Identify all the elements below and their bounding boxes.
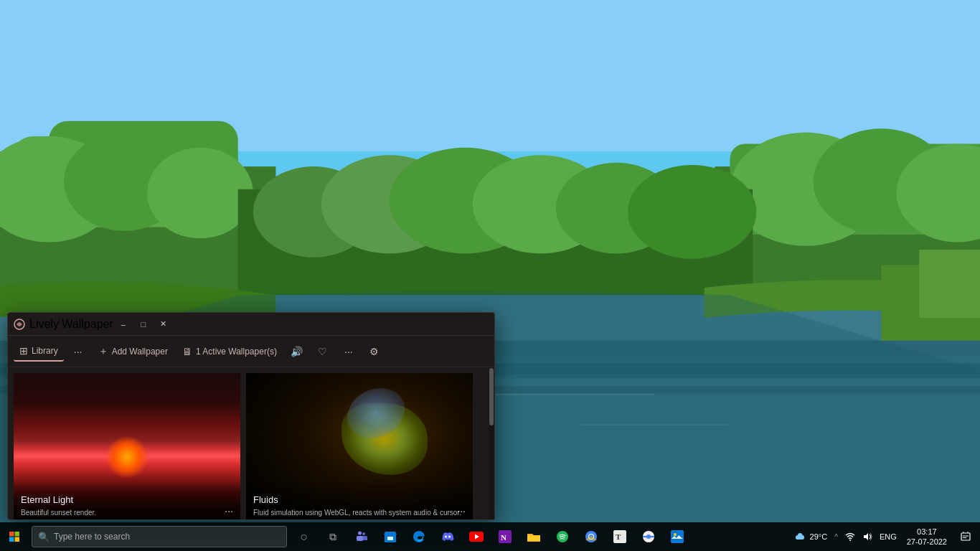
svg-point-20: [628, 165, 756, 259]
edge-icon: [413, 530, 425, 543]
spotify-icon: [556, 530, 569, 543]
card-menu-button[interactable]: ···: [222, 504, 236, 518]
youtube-icon: [469, 532, 484, 542]
svg-rect-58: [961, 533, 970, 540]
svg-point-38: [358, 532, 362, 535]
photos-button[interactable]: [663, 522, 692, 551]
card-menu-button[interactable]: ···: [454, 504, 468, 518]
system-tray: 29°C ^ ENG: [791, 522, 980, 551]
volume-icon: 🔊: [291, 346, 303, 357]
typora-icon: T: [613, 530, 626, 543]
cortana-button[interactable]: ○: [290, 522, 319, 551]
card-description: Beautiful sunset render.: [21, 509, 96, 517]
cloud-icon: [794, 531, 809, 542]
add-wallpaper-button[interactable]: ＋ Add Wallpaper: [93, 342, 174, 362]
svg-rect-27: [919, 250, 980, 318]
chrome-button[interactable]: [577, 522, 606, 551]
onenote-button[interactable]: N: [491, 522, 519, 551]
svg-text:T: T: [616, 532, 621, 541]
card-overlay: Eternal Light Beautiful sunset render.: [14, 480, 240, 519]
svg-rect-39: [357, 536, 363, 541]
volume-tray-button[interactable]: [859, 522, 875, 551]
card-title: Eternal Light: [21, 494, 233, 505]
lively-app-icon: [14, 319, 25, 330]
wallpaper-grid: Eternal Light Beautiful sunset render. ·…: [8, 367, 494, 519]
window-title: Lively Wallpaper: [29, 318, 113, 331]
svg-rect-35: [9, 537, 14, 542]
youtube-button[interactable]: [462, 522, 491, 551]
weather-tray-icon[interactable]: 29°C: [791, 522, 831, 551]
volume-button[interactable]: 🔊: [286, 340, 308, 363]
library-button[interactable]: ⊞ Library: [14, 342, 64, 362]
monitor-icon: 🖥: [182, 346, 192, 357]
task-view-icon: ⧉: [329, 531, 336, 543]
time-display: 03:17: [917, 527, 937, 537]
start-button[interactable]: [0, 522, 29, 551]
network-tray-button[interactable]: [842, 522, 858, 551]
close-button[interactable]: ✕: [154, 316, 174, 333]
photos-icon: [671, 530, 684, 543]
more-dots-icon: ···: [74, 346, 83, 357]
onenote-icon: N: [499, 530, 512, 543]
microsoft-store-button[interactable]: [376, 522, 405, 551]
edge-button[interactable]: [405, 522, 433, 551]
temperature-text: 29°C: [810, 532, 828, 541]
chrome-icon: [585, 530, 598, 543]
wallpaper-card-eternal-light[interactable]: Eternal Light Beautiful sunset render. ·…: [14, 373, 240, 519]
file-explorer-button[interactable]: [519, 522, 548, 551]
favorites-button[interactable]: ♡: [311, 340, 334, 363]
windows-logo-icon: [9, 531, 20, 542]
scrollbar[interactable]: [489, 367, 494, 519]
notification-icon: [961, 532, 971, 542]
toolbar: ⊞ Library ··· ＋ Add Wallpaper 🖥 1 Active…: [8, 336, 494, 367]
library-more-button[interactable]: ···: [67, 340, 90, 363]
wallpaper-card-fluids[interactable]: Fluids Fluid simulation using WebGL, rea…: [246, 373, 473, 519]
plus-icon: ＋: [98, 345, 108, 358]
scrollbar-thumb[interactable]: [489, 368, 494, 425]
grid-icon: ⊞: [19, 345, 28, 357]
chrome2-button[interactable]: [634, 522, 663, 551]
chevron-icon: ^: [834, 533, 838, 541]
add-wallpaper-label: Add Wallpaper: [112, 347, 168, 357]
card-title: Fluids: [253, 494, 466, 505]
task-view-button[interactable]: ⧉: [319, 522, 347, 551]
window-titlebar: Lively Wallpaper – □ ✕: [8, 313, 494, 336]
teams-app-button[interactable]: [347, 522, 376, 551]
network-icon: [845, 532, 855, 542]
svg-point-57: [849, 540, 851, 541]
card-overlay: Fluids Fluid simulation using WebGL, rea…: [246, 480, 473, 519]
more-options-button[interactable]: ···: [337, 340, 360, 363]
spotify-button[interactable]: [548, 522, 577, 551]
taskbar-search[interactable]: 🔍 Type here to search: [32, 526, 287, 547]
svg-point-56: [674, 533, 677, 536]
library-label: Library: [32, 346, 58, 356]
card-description: Fluid simulation using WebGL, reacts wit…: [253, 509, 461, 517]
wallpaper-library-content: Eternal Light Beautiful sunset render. ·…: [8, 367, 494, 519]
active-wallpapers-button[interactable]: 🖥 1 Active Wallpaper(s): [176, 342, 283, 361]
search-icon: 🔍: [38, 532, 50, 542]
svg-point-54: [646, 534, 651, 539]
cortana-icon: ○: [301, 529, 308, 545]
show-hidden-icons-button[interactable]: ^: [831, 522, 841, 551]
search-placeholder-text: Type here to search: [54, 532, 130, 542]
notification-center-button[interactable]: [954, 522, 977, 551]
maximize-button[interactable]: □: [133, 316, 154, 333]
more-icon: ···: [344, 346, 353, 357]
discord-button[interactable]: [433, 522, 462, 551]
svg-rect-33: [9, 532, 14, 537]
taskbar: 🔍 Type here to search ○ ⧉: [0, 522, 980, 551]
discord-icon: [441, 530, 454, 543]
clock-button[interactable]: 03:17 27-07-2022: [901, 522, 953, 551]
gear-icon: ⚙: [369, 346, 379, 357]
language-label: ENG: [880, 532, 897, 541]
svg-point-42: [445, 536, 447, 538]
heart-icon: ♡: [318, 346, 327, 357]
minimize-button[interactable]: –: [113, 316, 133, 333]
lively-wallpaper-window: Lively Wallpaper – □ ✕ ⊞ Library ··· ＋ A…: [7, 312, 495, 520]
svg-rect-31: [578, 424, 730, 425]
chrome2-icon: [642, 530, 655, 543]
store-icon: [384, 530, 397, 543]
language-button[interactable]: ENG: [877, 522, 900, 551]
typora-button[interactable]: T: [606, 522, 634, 551]
settings-button[interactable]: ⚙: [363, 340, 386, 363]
